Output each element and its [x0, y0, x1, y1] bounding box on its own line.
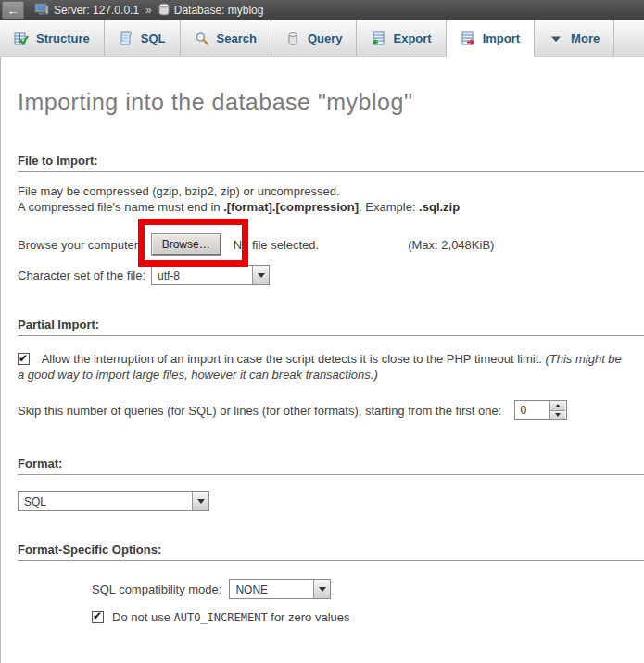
tab-export[interactable]: Export — [357, 20, 446, 56]
tab-label: More — [571, 31, 600, 45]
auto-increment-keyword: AUTO_INCREMENT — [174, 611, 268, 624]
sql-compat-label: SQL compatibility mode: — [92, 582, 221, 596]
max-size-text: (Max: 2,048KiB) — [408, 238, 494, 252]
query-database-icon — [285, 31, 300, 46]
tab-sql[interactable]: SQL — [105, 20, 181, 56]
stepper-down-icon[interactable] — [550, 411, 565, 420]
tab-label: Structure — [36, 31, 90, 45]
section-format-specific: Format-Specific Options: SQL compatibili… — [18, 543, 644, 624]
sql-compat-select[interactable]: NONE — [229, 579, 331, 599]
auto-increment-checkbox[interactable] — [92, 611, 104, 623]
back-button[interactable]: ← — [2, 1, 24, 19]
dropdown-arrow-icon[interactable] — [192, 492, 208, 510]
compression-line1: File may be compressed (gzip, bzip2, zip… — [18, 184, 340, 198]
back-arrow-icon: ← — [7, 5, 19, 17]
breadcrumb: Server: 127.0.0.1 » Database: myblog — [34, 3, 263, 19]
dropdown-arrow-icon[interactable] — [252, 266, 269, 284]
tab-label: Export — [393, 31, 431, 45]
auto-increment-text: Do not use AUTO_INCREMENT for zero value… — [112, 610, 350, 624]
tab-label: Import — [483, 31, 520, 45]
sql-compat-selected-value: NONE — [230, 580, 313, 598]
skip-queries-stepper[interactable] — [514, 400, 567, 420]
tab-query[interactable]: Query — [271, 20, 358, 56]
tab-bar: Structure SQL Search — [0, 20, 644, 57]
page-title: Importing into the database "myblog" — [1, 57, 644, 116]
compression-info: File may be compressed (gzip, bzip2, zip… — [18, 183, 644, 215]
charset-label: Character set of the file: — [18, 269, 145, 282]
skip-queries-input[interactable] — [515, 401, 549, 419]
tab-label: SQL — [141, 31, 166, 45]
breadcrumb-separator: » — [145, 4, 152, 17]
browse-row: Browse your computer: Browse… No file se… — [18, 234, 644, 255]
browse-button[interactable]: Browse… — [152, 234, 221, 255]
chevron-down-icon — [549, 31, 563, 46]
tab-label: Query — [308, 31, 343, 45]
charset-selected-value: utf-8 — [152, 266, 252, 284]
skip-queries-label: Skip this number of queries (for SQL) or… — [18, 404, 501, 418]
charset-row: Character set of the file: utf-8 — [18, 265, 644, 285]
section-file-to-import: File to Import: File may be compressed (… — [18, 154, 644, 285]
export-icon — [371, 31, 385, 46]
no-file-selected-text: No file selected. — [234, 238, 320, 252]
breadcrumb-database[interactable]: Database: myblog — [174, 4, 264, 17]
dropdown-arrow-icon[interactable] — [313, 580, 330, 598]
section-heading-format: Format: — [18, 457, 644, 475]
section-heading-partial-import: Partial Import: — [18, 318, 644, 336]
compression-line2-mid: . Example: — [359, 200, 419, 214]
database-icon — [158, 3, 170, 19]
server-icon — [34, 3, 49, 19]
main-content: Importing into the database "myblog" Fil… — [0, 57, 644, 663]
phpmyadmin-import-page: ← Server: 127.0.0.1 » Database: myblog — [0, 0, 644, 663]
section-format: Format: SQL — [18, 457, 644, 511]
tab-more[interactable]: More — [535, 20, 614, 56]
example-extension: .sql.zip — [419, 200, 460, 214]
tab-import[interactable]: Import — [447, 20, 535, 57]
breadcrumb-bar: ← Server: 127.0.0.1 » Database: myblog — [0, 0, 644, 20]
section-heading-format-specific: Format-Specific Options: — [18, 543, 644, 561]
import-icon — [461, 31, 475, 46]
sql-file-icon — [119, 31, 133, 46]
charset-select[interactable]: utf-8 — [151, 265, 270, 285]
allow-interrupt-checkbox[interactable] — [18, 353, 30, 365]
sql-compat-row: SQL compatibility mode: NONE — [92, 579, 644, 599]
compression-line2-prefix: A compressed file's name must end in — [18, 200, 223, 214]
search-icon — [195, 31, 209, 46]
tab-structure[interactable]: Structure — [0, 20, 105, 56]
breadcrumb-server[interactable]: Server: 127.0.0.1 — [54, 4, 139, 17]
tab-search[interactable]: Search — [181, 20, 271, 56]
format-selected-value: SQL — [19, 492, 192, 510]
format-compression-pattern: .[format].[compression] — [223, 200, 359, 214]
browse-label: Browse your computer: — [18, 238, 142, 252]
structure-icon — [14, 31, 29, 46]
skip-queries-row: Skip this number of queries (for SQL) or… — [18, 400, 644, 420]
tab-label: Search — [217, 31, 257, 45]
auto-increment-row: Do not use AUTO_INCREMENT for zero value… — [92, 610, 644, 624]
section-heading-file-to-import: File to Import: — [18, 154, 644, 172]
section-partial-import: Partial Import: Allow the interruption o… — [18, 318, 644, 420]
stepper-up-icon[interactable] — [550, 401, 565, 411]
allow-interrupt-row: Allow the interruption of an import in c… — [18, 351, 631, 382]
format-select[interactable]: SQL — [18, 491, 209, 511]
allow-interrupt-text: Allow the interruption of an import in c… — [42, 352, 546, 366]
